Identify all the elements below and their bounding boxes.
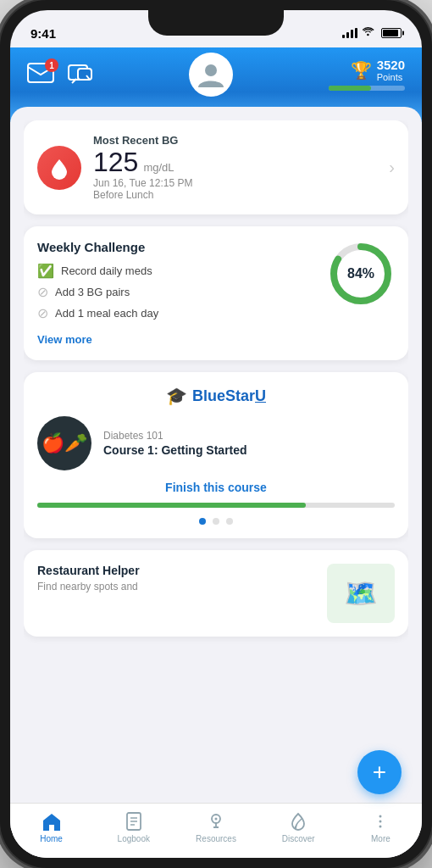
avatar[interactable] — [189, 53, 233, 97]
home-icon — [42, 811, 62, 832]
challenge-label-2: Add 1 meal each day — [55, 307, 158, 320]
svg-point-16 — [379, 826, 382, 828]
nav-resources-label: Resources — [196, 834, 236, 843]
fab-button[interactable]: + — [357, 750, 402, 794]
view-more-link[interactable]: View more — [37, 333, 92, 346]
course-progress-bar — [37, 503, 395, 508]
nav-discover-label: Discover — [282, 834, 315, 843]
svg-point-3 — [205, 64, 217, 76]
challenge-percent: 84% — [347, 266, 374, 281]
check-gray-icon-1: ⊘ — [37, 284, 48, 300]
nav-home-label: Home — [40, 834, 63, 843]
bg-value-row: 125 mg/dL — [93, 148, 377, 175]
svg-point-13 — [215, 818, 218, 821]
nav-home[interactable]: Home — [10, 811, 92, 843]
header-left: 1 — [27, 63, 93, 86]
bg-unit: mg/dL — [143, 161, 174, 174]
phone-frame: 9:41 — [0, 0, 432, 868]
discover-icon — [288, 811, 308, 832]
bg-meal: Before Lunch — [93, 189, 377, 201]
bsu-course-label: Diabetes 101 — [103, 430, 247, 442]
challenge-item-1: ⊘ Add 3 BG pairs — [37, 284, 318, 300]
wifi-icon — [363, 27, 376, 40]
dot-2 — [213, 518, 219, 525]
bsu-course-info: Diabetes 101 Course 1: Getting Started — [103, 430, 247, 457]
mail-badge: 1 — [45, 58, 58, 72]
nav-logbook-label: Logbook — [118, 834, 150, 843]
challenge-title: Weekly Challenge — [37, 240, 318, 254]
challenge-progress-circle: 84% — [327, 240, 395, 308]
bsu-header: 🎓 BlueStarU — [37, 386, 395, 406]
svg-point-15 — [379, 821, 382, 823]
more-icon — [370, 811, 390, 832]
fab-plus-icon: + — [373, 759, 386, 786]
battery-icon — [381, 28, 402, 38]
resources-icon — [206, 811, 226, 832]
course-progress-fill — [37, 503, 306, 508]
bg-value: 125 — [93, 148, 138, 175]
bg-card[interactable]: Most Recent BG 125 mg/dL Jun 16, Tue 12:… — [24, 120, 408, 214]
check-gray-icon-2: ⊘ — [37, 305, 48, 321]
restaurant-title: Restaurant Helper — [37, 564, 317, 577]
trophy-icon: 🏆 — [351, 60, 372, 81]
chat-button[interactable] — [68, 64, 93, 85]
challenge-item-2: ⊘ Add 1 meal each day — [37, 305, 318, 321]
bg-title: Most Recent BG — [93, 134, 377, 147]
header-icons: 1 — [27, 47, 405, 97]
status-time: 9:41 — [30, 26, 56, 41]
restaurant-info: Restaurant Helper Find nearby spots and — [37, 564, 317, 593]
restaurant-desc: Find nearby spots and — [37, 581, 317, 593]
dot-3 — [226, 518, 233, 525]
logbook-icon — [124, 811, 144, 832]
signal-icon — [342, 28, 357, 38]
restaurant-thumbnail: 🗺️ — [327, 564, 395, 623]
carousel-dots — [37, 518, 395, 525]
bg-info: Most Recent BG 125 mg/dL Jun 16, Tue 12:… — [93, 134, 377, 201]
bsu-thumbnail: 🍎🥕 — [37, 416, 91, 470]
points-progress-bar — [329, 86, 405, 91]
graduation-icon: 🎓 — [166, 386, 187, 406]
nav-more[interactable]: More — [340, 811, 422, 843]
nav-resources[interactable]: Resources — [174, 811, 257, 843]
challenge-item-0: ✅ Record daily meds — [37, 263, 318, 279]
finish-course-link[interactable]: Finish this course — [37, 481, 395, 494]
bluestar-u-card: 🎓 BlueStarU 🍎🥕 Diabetes 101 Course 1: G — [24, 372, 408, 538]
challenge-label-0: Record daily meds — [61, 264, 152, 277]
status-icons — [342, 27, 402, 40]
bottom-nav: Home Logbook — [10, 803, 422, 858]
bsu-content: 🍎🥕 Diabetes 101 Course 1: Getting Starte… — [37, 416, 395, 470]
dot-1 — [199, 518, 206, 525]
mail-button[interactable]: 1 — [27, 63, 54, 86]
main-content: Most Recent BG 125 mg/dL Jun 16, Tue 12:… — [10, 107, 422, 858]
restaurant-card[interactable]: Restaurant Helper Find nearby spots and … — [24, 550, 408, 637]
svg-point-14 — [379, 815, 382, 818]
phone-screen: 9:41 — [10, 10, 422, 858]
nav-logbook[interactable]: Logbook — [92, 811, 174, 843]
check-green-icon: ✅ — [37, 263, 54, 279]
challenge-label-1: Add 3 BG pairs — [55, 286, 130, 298]
bsu-logo-text: BlueStarU — [192, 387, 266, 405]
challenge-left: Weekly Challenge ✅ Record daily meds ⊘ A… — [37, 240, 318, 347]
bg-date: Jun 16, Tue 12:15 PM — [93, 177, 377, 189]
bg-icon — [37, 146, 81, 190]
points-section[interactable]: 🏆 3520 Points — [329, 58, 405, 92]
bsu-u-label: U — [255, 387, 266, 404]
bsu-course-name: Course 1: Getting Started — [103, 443, 247, 457]
scroll-area[interactable]: Most Recent BG 125 mg/dL Jun 16, Tue 12:… — [24, 120, 408, 858]
weekly-challenge-card: Weekly Challenge ✅ Record daily meds ⊘ A… — [24, 226, 408, 360]
points-progress-fill — [329, 86, 371, 91]
points-label: Points — [377, 72, 405, 82]
notch — [148, 10, 284, 36]
bg-chevron-icon: › — [389, 158, 395, 177]
nav-more-label: More — [371, 834, 390, 843]
nav-discover[interactable]: Discover — [258, 811, 340, 843]
points-value: 3520 — [377, 58, 405, 73]
